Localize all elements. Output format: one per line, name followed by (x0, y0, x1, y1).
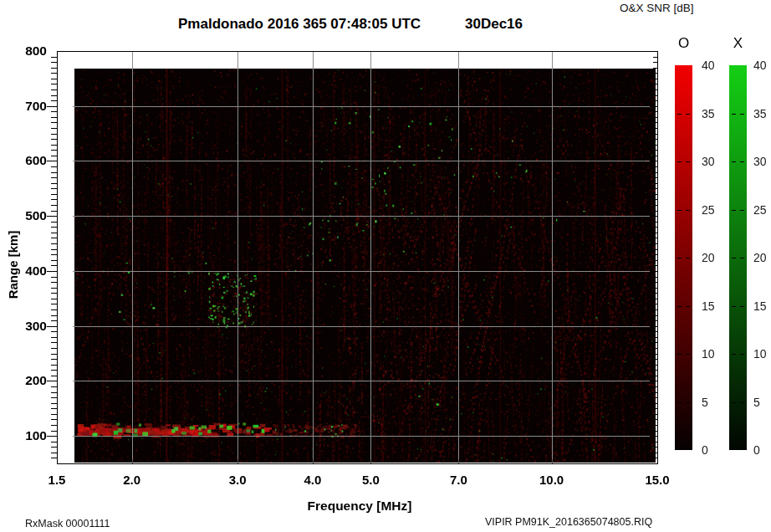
colorbar-tick-mark (677, 114, 682, 115)
colorbar-tick-mark (740, 114, 744, 115)
x-tick-label: 4.0 (294, 473, 331, 487)
y-axis-label: Range [km] (6, 230, 20, 300)
colorbar-x-header: X (729, 35, 747, 52)
plot-title: Pmaldonado 2016 365 07:48:05 UTC (178, 16, 421, 33)
colorbar-tick-label: 0 (702, 443, 708, 457)
x-tick-label: 2.0 (114, 473, 151, 487)
colorbar-tick-mark (732, 161, 736, 162)
y-tick-label: 500 (10, 208, 47, 223)
colorbar-tick-label: 10 (753, 347, 767, 361)
colorbar-tick-mark (677, 354, 682, 355)
x-tick-label: 3.0 (219, 473, 256, 487)
colorbar-tick-mark (732, 306, 736, 307)
colorbar-tick-label: 25 (702, 203, 715, 217)
colorbar-tick-label: 5 (753, 396, 760, 409)
colorbar-tick-label: 20 (702, 251, 715, 264)
colorbar-tick-label: 40 (753, 59, 767, 72)
y-tick-label: 700 (10, 99, 47, 114)
colorbar-tick-label: 30 (702, 155, 715, 168)
y-tick-label: 800 (10, 43, 47, 59)
colorbar-tick-label: 15 (702, 299, 715, 313)
y-tick-label: 600 (10, 153, 47, 168)
footer-rxmask: RxMask 00001111 (25, 518, 110, 529)
colorbar-tick-label: 10 (702, 347, 715, 361)
x-axis-label: Frequency [MHz] (276, 499, 443, 514)
footer-filename: VIPIR PM91K_2016365074805.RIQ (485, 516, 652, 528)
colorbar-tick-label: 0 (753, 443, 760, 457)
colorbar-tick-mark (740, 210, 744, 211)
ionogram-heatmap-canvas (74, 69, 656, 463)
colorbar-tick-mark (686, 161, 690, 162)
colorbar-tick-label: 35 (753, 107, 767, 120)
colorbar-tick-mark (677, 210, 682, 211)
ionogram-figure: Pmaldonado 2016 365 07:48:05 UTC 30Dec16… (0, 0, 771, 532)
colorbar-tick-label: 35 (702, 107, 715, 120)
x-tick-label: 1.5 (38, 473, 75, 487)
plot-date: 30Dec16 (465, 16, 523, 33)
colorbar-tick-label: 15 (753, 299, 767, 313)
colorbar-tick-mark (740, 402, 744, 403)
colorbar-tick-mark (740, 354, 744, 355)
colorbar-tick-mark (732, 402, 736, 403)
x-tick-label: 7.0 (440, 473, 477, 487)
colorbar-tick-mark (677, 258, 682, 258)
colorbar-tick-label: 30 (753, 155, 767, 168)
y-tick-label: 100 (10, 428, 47, 443)
colorbar-tick-mark (732, 210, 736, 211)
colorbar-tick-mark (677, 161, 682, 162)
colorbar-tick-label: 5 (702, 396, 708, 409)
colorbar-tick-mark (686, 210, 690, 211)
colorbar-tick-mark (732, 114, 736, 115)
colorbar-o-header: O (675, 35, 692, 52)
y-tick-label: 200 (10, 373, 47, 388)
colorbar-tick-mark (677, 402, 682, 403)
colorbar-tick-mark (686, 258, 690, 258)
colorbar-tick-mark (686, 306, 690, 307)
colorbar-tick-mark (740, 306, 744, 307)
colorbar-tick-mark (732, 354, 736, 355)
x-tick-label: 10.0 (534, 473, 570, 487)
x-tick-label: 5.0 (352, 473, 389, 487)
y-tick-label: 300 (10, 319, 47, 334)
colorbar-tick-label: 20 (753, 251, 767, 264)
colorbar-tick-mark (677, 306, 682, 307)
colorbar-tick-mark (686, 354, 690, 355)
x-tick-label: 15.0 (639, 473, 676, 487)
colorbar-tick-label: 25 (753, 203, 767, 217)
colorbar-tick-label: 40 (702, 59, 715, 72)
colorbar-tick-mark (732, 258, 736, 258)
colorbar-tick-mark (686, 402, 690, 403)
colorbar-tick-mark (740, 161, 744, 162)
colorbar-tick-mark (686, 114, 690, 115)
colorbar-title: O&X SNR [dB] (620, 2, 694, 14)
colorbar-tick-mark (740, 258, 744, 258)
